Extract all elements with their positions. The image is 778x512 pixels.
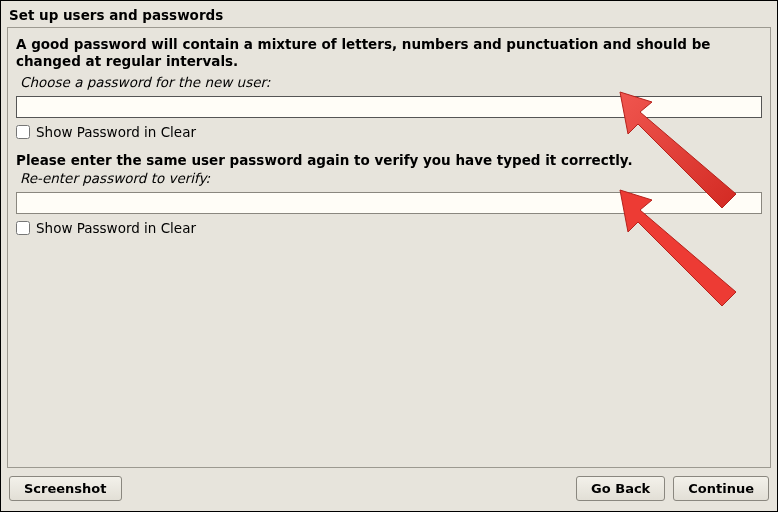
continue-button[interactable]: Continue (673, 476, 769, 501)
go-back-button[interactable]: Go Back (576, 476, 665, 501)
installer-window: Set up users and passwords A good passwo… (0, 0, 778, 512)
footer-buttons: Screenshot Go Back Continue (1, 468, 777, 511)
show-password-row-2[interactable]: Show Password in Clear (16, 220, 762, 236)
reenter-password-prompt: Re-enter password to verify: (20, 170, 762, 186)
password-verify-input[interactable] (16, 192, 762, 214)
show-password-label-2: Show Password in Clear (36, 220, 196, 236)
show-password-checkbox-1[interactable] (16, 125, 30, 139)
password-guidance-text: A good password will contain a mixture o… (16, 36, 762, 70)
page-title: Set up users and passwords (1, 1, 777, 27)
content-area: A good password will contain a mixture o… (7, 27, 771, 468)
show-password-checkbox-2[interactable] (16, 221, 30, 235)
password-input[interactable] (16, 96, 762, 118)
choose-password-prompt: Choose a password for the new user: (20, 74, 762, 90)
show-password-label-1: Show Password in Clear (36, 124, 196, 140)
screenshot-button[interactable]: Screenshot (9, 476, 122, 501)
show-password-row-1[interactable]: Show Password in Clear (16, 124, 762, 140)
verify-password-text: Please enter the same user password agai… (16, 152, 762, 168)
